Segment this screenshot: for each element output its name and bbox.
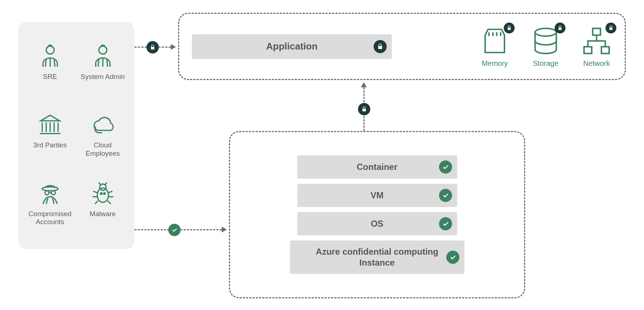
user-label: 3rd Parties xyxy=(33,141,67,150)
arrow-head-up-icon xyxy=(361,82,367,87)
application-bar: Application xyxy=(192,34,392,59)
check-icon xyxy=(168,224,181,236)
svg-point-6 xyxy=(100,184,106,190)
svg-point-4 xyxy=(51,191,55,195)
user-label: SRE xyxy=(43,73,57,81)
protected-layer-box: Application Memory Storage Network xyxy=(178,13,626,80)
check-icon xyxy=(446,251,459,264)
storage-icon xyxy=(530,25,561,56)
user-item: SRE xyxy=(25,44,75,101)
svg-rect-11 xyxy=(584,47,592,53)
resource-storage: Storage xyxy=(530,25,561,68)
resource-label: Network xyxy=(583,59,610,68)
check-icon xyxy=(439,160,452,174)
check-icon xyxy=(439,217,452,230)
user-label: Cloud Employees xyxy=(78,141,127,158)
lock-icon xyxy=(605,23,616,33)
check-icon xyxy=(439,189,452,202)
stack-label: OS xyxy=(349,218,405,229)
lock-icon xyxy=(374,40,387,53)
resource-memory: Memory xyxy=(479,25,510,68)
resource-network: Network xyxy=(581,25,612,68)
stack-azure: Azure confidential computing Instance xyxy=(290,241,464,274)
person-icon xyxy=(37,44,63,69)
user-item: Malware xyxy=(78,181,127,238)
svg-rect-10 xyxy=(593,28,600,35)
threat-actors-panel: SRE System Admin 3rd Parties Cloud Emplo… xyxy=(18,22,134,249)
lock-icon xyxy=(555,23,565,33)
lock-icon xyxy=(146,41,159,53)
arrow-head-icon xyxy=(171,44,176,50)
user-label: Compromised Accounts xyxy=(25,210,75,227)
cloud-icon xyxy=(90,112,116,138)
resources-group: Memory Storage Network xyxy=(479,25,612,68)
arrow-head-icon xyxy=(222,227,227,232)
svg-point-3 xyxy=(45,191,49,195)
bug-icon xyxy=(90,181,116,206)
stack-label: Container xyxy=(335,162,419,172)
memory-icon xyxy=(479,25,510,56)
user-item: Compromised Accounts xyxy=(25,181,75,238)
stack-container: Container xyxy=(297,155,457,179)
lock-icon xyxy=(358,103,370,115)
stack-vm: VM xyxy=(297,184,457,207)
institution-icon xyxy=(37,112,63,138)
network-icon xyxy=(581,25,612,56)
user-item: 3rd Parties xyxy=(25,112,75,170)
person-icon xyxy=(90,44,116,69)
svg-point-0 xyxy=(46,46,54,54)
svg-point-1 xyxy=(99,46,107,54)
user-item: Cloud Employees xyxy=(78,112,127,170)
spy-icon xyxy=(37,181,63,206)
stack-os: OS xyxy=(297,212,457,235)
resource-label: Storage xyxy=(533,59,558,68)
svg-point-9 xyxy=(535,28,556,36)
stack-label: Azure confidential computing Instance xyxy=(290,246,464,268)
svg-point-7 xyxy=(100,192,102,194)
stack-label: VM xyxy=(349,190,406,201)
svg-point-8 xyxy=(104,192,105,194)
application-label: Application xyxy=(266,41,318,52)
infrastructure-stack-box: Container VM OS Azure confidential compu… xyxy=(229,131,525,298)
svg-point-2 xyxy=(42,187,58,191)
user-label: Malware xyxy=(90,210,116,218)
lock-icon xyxy=(504,23,515,33)
svg-rect-12 xyxy=(601,47,609,53)
user-item: System Admin xyxy=(78,44,127,101)
resource-label: Memory xyxy=(482,59,508,68)
user-label: System Admin xyxy=(81,73,125,81)
